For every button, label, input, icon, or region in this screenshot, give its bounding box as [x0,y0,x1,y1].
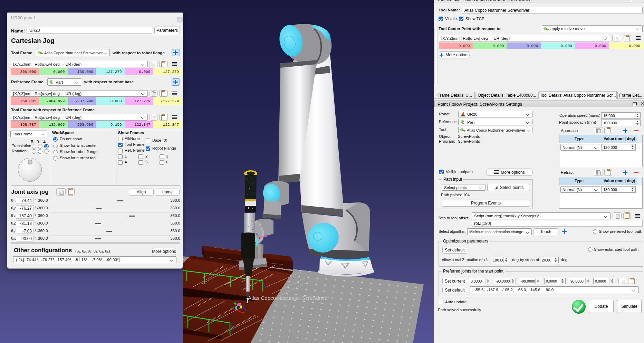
svg-text:Atlas Copco Nutrunner Screwdri: Atlas Copco Nutrunner Screwdriver [248,295,329,301]
